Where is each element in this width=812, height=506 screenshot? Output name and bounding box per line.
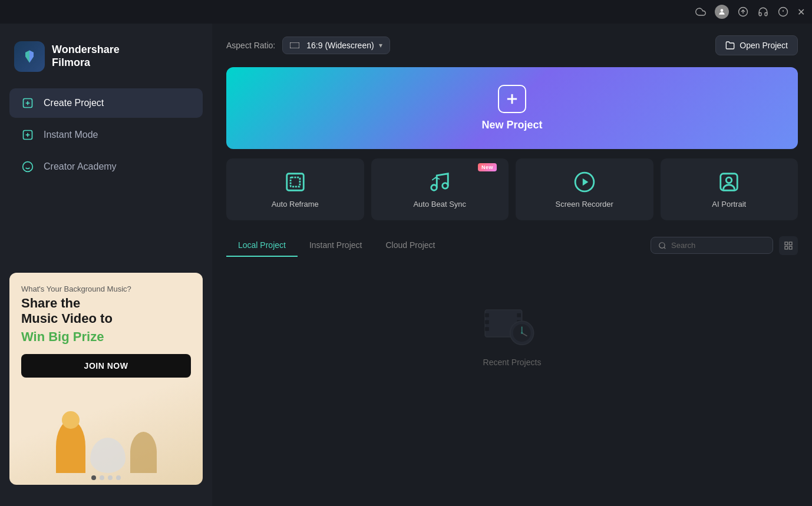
new-badge: New <box>478 163 497 171</box>
svg-rect-33 <box>485 313 489 318</box>
promo-dots <box>91 475 121 480</box>
screen-recorder-label: Screen Recorder <box>556 200 613 209</box>
svg-point-12 <box>23 162 33 172</box>
new-project-icon <box>498 85 526 113</box>
creator-academy-icon <box>21 160 34 173</box>
search-input[interactable] <box>671 241 765 250</box>
tab-cloud-project[interactable]: Cloud Project <box>374 234 447 257</box>
projects-section: Local Project Instant Project Cloud Proj… <box>226 234 798 402</box>
sidebar-label-create-project: Create Project <box>44 98 104 108</box>
svg-point-26 <box>659 242 665 247</box>
grid-view-button[interactable] <box>779 236 798 255</box>
svg-point-43 <box>521 332 523 334</box>
empty-state-illustration <box>483 301 542 348</box>
info-icon[interactable] <box>777 6 789 18</box>
folder-icon <box>725 41 735 50</box>
projects-tabs: Local Project Instant Project Cloud Proj… <box>226 234 447 256</box>
aspect-ratio-select[interactable]: 16:9 (Widescreen) ▾ <box>282 37 390 54</box>
auto-beat-sync-label: Auto Beat Sync <box>413 200 466 209</box>
chevron-down-icon: ▾ <box>379 41 382 49</box>
search-icon <box>658 242 666 250</box>
ai-portrait-icon <box>717 170 741 194</box>
main-layout: Wondershare Filmora Create Project <box>0 24 812 506</box>
sidebar-item-create-project[interactable]: Create Project <box>9 88 203 118</box>
promo-banner: What's Your Background Music? Share the … <box>9 273 203 485</box>
sidebar-label-creator-academy: Creator Academy <box>44 161 117 172</box>
empty-state: Recent Projects <box>226 266 798 402</box>
content-topbar: Aspect Ratio: 16:9 (Widescreen) ▾ Open P… <box>226 35 798 55</box>
aspect-ratio-section: Aspect Ratio: 16:9 (Widescreen) ▾ <box>226 37 390 54</box>
tab-local-project[interactable]: Local Project <box>226 234 298 257</box>
svg-line-27 <box>664 247 666 249</box>
sidebar-item-creator-academy[interactable]: Creator Academy <box>9 152 203 181</box>
feature-card-auto-reframe[interactable]: Auto Reframe <box>226 158 364 220</box>
dot-3[interactable] <box>108 475 113 480</box>
new-project-label: New Project <box>481 119 542 131</box>
feature-card-ai-portrait[interactable]: AI Portrait <box>661 158 798 220</box>
recent-projects-label: Recent Projects <box>483 358 542 367</box>
feature-card-auto-beat-sync[interactable]: New Auto Beat Sync <box>371 158 509 220</box>
cloud-icon[interactable] <box>695 6 707 18</box>
projects-controls <box>651 236 798 255</box>
logo-text: Wondershare Filmora <box>52 44 120 69</box>
projects-header-row: Local Project Instant Project Cloud Proj… <box>226 234 798 256</box>
svg-rect-31 <box>789 246 792 249</box>
logo-name-line1: Wondershare <box>52 44 120 57</box>
screen-recorder-icon <box>573 170 596 194</box>
dot-4[interactable] <box>116 475 121 480</box>
promo-subtitle: What's Your Background Music? <box>21 285 191 293</box>
svg-rect-28 <box>785 242 788 245</box>
promo-title-line1: Share the Music Video to <box>21 296 191 327</box>
svg-point-21 <box>443 183 448 189</box>
logo-icon <box>14 41 45 72</box>
feature-cards: Auto Reframe New Auto Beat Sync <box>226 158 798 220</box>
auto-reframe-icon <box>283 170 307 194</box>
promo-illustration <box>21 378 191 473</box>
aspect-ratio-value: 16:9 (Widescreen) <box>306 41 374 50</box>
aspect-ratio-label: Aspect Ratio: <box>226 41 275 50</box>
svg-rect-35 <box>485 327 489 331</box>
svg-point-20 <box>431 185 437 191</box>
tab-instant-project[interactable]: Instant Project <box>298 234 374 257</box>
new-project-card[interactable]: New Project <box>226 67 798 149</box>
svg-rect-29 <box>789 242 792 245</box>
dot-1[interactable] <box>91 475 96 480</box>
sidebar-label-instant-mode: Instant Mode <box>44 130 98 140</box>
app-logo: Wondershare Filmora <box>0 35 212 88</box>
open-project-button[interactable]: Open Project <box>715 35 798 55</box>
avatar-icon[interactable] <box>715 5 729 19</box>
auto-beat-sync-icon <box>428 170 451 194</box>
content-area: Aspect Ratio: 16:9 (Widescreen) ▾ Open P… <box>212 24 812 506</box>
headset-icon[interactable] <box>757 6 769 18</box>
svg-rect-36 <box>517 313 521 318</box>
svg-rect-19 <box>291 177 300 187</box>
svg-rect-34 <box>485 320 489 325</box>
sidebar-nav: Create Project Instant Mode Creator Acad… <box>0 88 212 181</box>
dot-2[interactable] <box>100 475 104 480</box>
promo-join-button[interactable]: JOIN NOW <box>21 354 191 378</box>
titlebar: ✕ <box>0 0 812 24</box>
svg-rect-30 <box>785 246 788 249</box>
logo-name-line2: Filmora <box>52 57 120 70</box>
sidebar: Wondershare Filmora Create Project <box>0 24 212 506</box>
svg-rect-18 <box>287 174 304 191</box>
close-icon[interactable]: ✕ <box>797 6 805 18</box>
instant-mode-icon <box>21 128 34 141</box>
svg-rect-15 <box>290 42 299 48</box>
promo-prize: Win Big Prize <box>21 329 191 345</box>
create-project-icon <box>21 97 34 110</box>
ai-portrait-label: AI Portrait <box>712 200 746 209</box>
search-box[interactable] <box>651 237 773 254</box>
sidebar-item-instant-mode[interactable]: Instant Mode <box>9 120 203 150</box>
open-project-label: Open Project <box>740 41 788 50</box>
auto-reframe-label: Auto Reframe <box>272 200 319 209</box>
svg-point-25 <box>727 177 732 183</box>
feature-card-screen-recorder[interactable]: Screen Recorder <box>516 158 653 220</box>
svg-marker-23 <box>583 178 589 186</box>
svg-point-0 <box>721 9 724 12</box>
upload-icon[interactable] <box>737 6 749 18</box>
